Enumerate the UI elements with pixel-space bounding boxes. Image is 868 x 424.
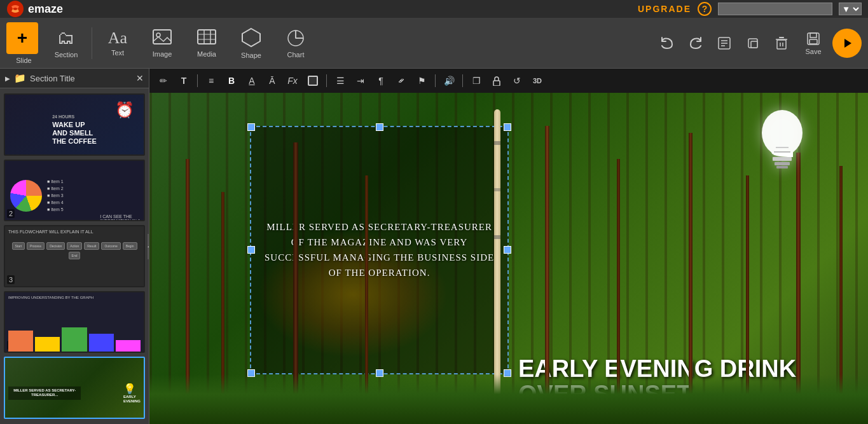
slide-add-button[interactable]: +: [6, 22, 38, 54]
help-button[interactable]: ?: [698, 2, 712, 16]
folder-icon: 📁: [14, 72, 26, 84]
underline-a-button[interactable]: A: [243, 72, 261, 90]
logo-text: emaze: [28, 3, 63, 16]
slides-list: ⏰ 24 HOURS WAKE UPAND SMELLTHE COFFEE ■ …: [0, 88, 149, 424]
slide-2-caption: I CAN SEE THEINFORMATION IN ANEW WAY: [100, 214, 141, 222]
search-input[interactable]: [718, 3, 832, 15]
svg-rect-29: [775, 162, 790, 165]
3d-button[interactable]: 3D: [528, 72, 546, 90]
svg-point-0: [7, 1, 24, 17]
upgrade-button[interactable]: UPGRADE: [638, 4, 691, 14]
expand-arrow-icon: ▶: [5, 75, 10, 82]
top-bar: emaze UPGRADE ? ▼: [0, 0, 868, 18]
pie-chart-thumb: [10, 180, 42, 212]
fx-button[interactable]: Fx: [284, 72, 301, 90]
svg-rect-1: [153, 30, 171, 44]
lightbulb-icon: [754, 106, 811, 186]
slide-5-right-thumb: 💡 EARLYEVENING: [123, 383, 141, 404]
section-tool[interactable]: 🗂 Section: [44, 27, 88, 58]
shape-label: Shape: [241, 51, 261, 59]
slide-canvas: MILLER SERVED AS SECRETARY-TREASURER OF …: [149, 93, 868, 424]
svg-marker-25: [844, 39, 851, 48]
slide-4-title: IMPROVING UNDERSTANDING BY THE GRAPH: [8, 296, 141, 299]
media-label: Media: [197, 50, 216, 58]
slide-label: Slide: [16, 57, 31, 64]
pencil-tool-button[interactable]: ✏: [155, 72, 172, 90]
align-button[interactable]: ≡: [202, 72, 220, 90]
svg-rect-24: [809, 39, 817, 44]
svg-marker-8: [242, 29, 260, 46]
rotate-button[interactable]: ↺: [508, 72, 526, 90]
link-button[interactable]: [392, 72, 410, 90]
close-section-button[interactable]: ✕: [136, 73, 144, 83]
svg-rect-3: [198, 30, 216, 44]
slides-sidebar: ▶ 📁 Section Title ✕ ⏰ 24 HOURS WAKE UPAN…: [0, 69, 149, 424]
copy-style-button[interactable]: ❐: [467, 72, 485, 90]
slide-num-3: 3: [7, 275, 15, 284]
slide-thumb-4[interactable]: IMPROVING UNDERSTANDING BY THE GRAPH ABC…: [4, 291, 145, 353]
bold-button[interactable]: B: [223, 72, 240, 90]
slide-5-text-thumb: MILLER SERVED AS SECRETARY-TREASURER...: [8, 386, 81, 400]
svg-point-27: [762, 110, 803, 156]
text-tool[interactable]: Aa Text: [95, 21, 140, 65]
save-button[interactable]: Save: [797, 31, 829, 56]
slide-thumb-1[interactable]: ⏰ 24 HOURS WAKE UPAND SMELLTHE COFFEE: [4, 93, 145, 156]
chart-tool[interactable]: Chart: [273, 21, 318, 65]
volume-button[interactable]: 🔊: [440, 72, 458, 90]
toolbar-divider-1: [92, 27, 92, 59]
svg-rect-28: [773, 157, 792, 161]
chart-icon: [286, 28, 306, 48]
svg-rect-17: [777, 40, 786, 49]
lock-button[interactable]: [488, 72, 506, 90]
flow-boxes: Start Process Decision Action Result Out…: [8, 229, 141, 263]
svg-rect-23: [810, 33, 816, 38]
image-label: Image: [153, 50, 172, 58]
indent-button[interactable]: ⇥: [352, 72, 369, 90]
section-title: Section Title: [30, 74, 75, 83]
text-label: Text: [111, 49, 124, 57]
slide-tool[interactable]: + Slide: [6, 22, 41, 64]
flag-button[interactable]: ⚑: [413, 72, 431, 90]
image-icon: [152, 29, 172, 48]
bar-chart-thumb: [8, 324, 141, 353]
main-content: ▶ 📁 Section Title ✕ ⏰ 24 HOURS WAKE UPAN…: [0, 69, 868, 424]
slide-thumb-5[interactable]: MILLER SERVED AS SECRETARY-TREASURER... …: [4, 357, 145, 419]
stroke-button[interactable]: Ā: [263, 72, 281, 90]
save-label: Save: [805, 48, 821, 55]
topbar-right: UPGRADE ? ▼: [638, 2, 862, 16]
undo-button[interactable]: [654, 31, 680, 56]
fmt-sep-4: [462, 74, 463, 87]
play-button[interactable]: [832, 29, 862, 58]
delete-button[interactable]: [769, 31, 794, 56]
image-tool[interactable]: Image: [140, 21, 184, 65]
fmt-sep-1: [197, 74, 198, 87]
fmt-sep-3: [435, 74, 436, 87]
color-picker-button[interactable]: [304, 72, 322, 90]
text-icon: Aa: [108, 30, 127, 46]
logo-area: emaze: [6, 0, 63, 18]
svg-rect-26: [493, 81, 500, 86]
duplicate-button[interactable]: [740, 31, 766, 56]
canvas-area: ✏ T ≡ B A Ā Fx ☰ ⇥ ¶ ⚑ 🔊: [149, 69, 868, 424]
notes-button[interactable]: [712, 31, 737, 56]
main-toolbar: + Slide 🗂 Section Aa Text Image: [0, 18, 868, 69]
section-icon: 🗂: [57, 27, 75, 48]
shape-tool[interactable]: Shape: [229, 21, 273, 65]
emaze-logo-icon: [6, 0, 24, 18]
media-icon: [196, 29, 217, 48]
slide-thumb-3[interactable]: THIS FLOWCHART WILL EXPLAIN IT ALL Start…: [4, 225, 145, 287]
right-actions: Save: [654, 29, 862, 58]
list-button[interactable]: ☰: [331, 72, 349, 90]
media-tool[interactable]: Media: [184, 21, 229, 65]
slide-2-legend: ■ Item 1 ■ Item 2 ■ Item 3 ■ Item 4 ■ It…: [47, 178, 64, 214]
text-type-button[interactable]: T: [175, 72, 193, 90]
paragraph-button[interactable]: ¶: [372, 72, 390, 90]
redo-button[interactable]: [683, 31, 708, 56]
svg-rect-30: [776, 166, 788, 168]
search-dropdown[interactable]: ▼: [839, 3, 862, 15]
fmt-sep-2: [326, 74, 327, 87]
section-header: ▶ 📁 Section Title ✕: [0, 69, 149, 88]
section-label: Section: [55, 51, 78, 58]
slide-thumb-2[interactable]: ■ Item 1 ■ Item 2 ■ Item 3 ■ Item 4 ■ It…: [4, 160, 145, 222]
svg-rect-16: [751, 41, 757, 48]
